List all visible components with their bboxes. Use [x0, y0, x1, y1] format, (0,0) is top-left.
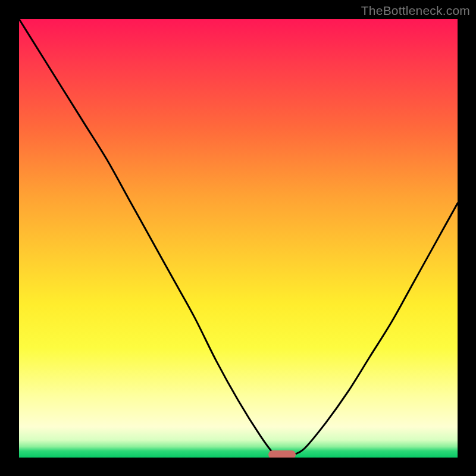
- bottleneck-curve: [19, 19, 458, 458]
- watermark-text: TheBottleneck.com: [361, 4, 470, 18]
- optimum-marker: [268, 450, 296, 458]
- plot-area: [19, 19, 458, 458]
- chart-frame: TheBottleneck.com: [0, 0, 476, 476]
